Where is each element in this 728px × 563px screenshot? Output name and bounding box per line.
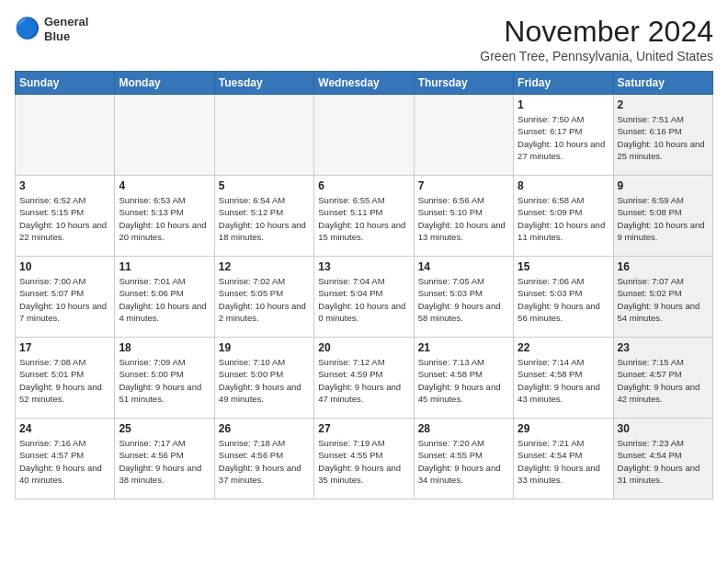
day-number: 14 [418, 260, 509, 273]
calendar-cell: 1Sunrise: 7:50 AM Sunset: 6:17 PM Daylig… [514, 95, 613, 176]
calendar-cell: 18Sunrise: 7:09 AM Sunset: 5:00 PM Dayli… [115, 338, 214, 419]
calendar-cell: 7Sunrise: 6:56 AM Sunset: 5:10 PM Daylig… [414, 176, 513, 257]
day-number: 5 [219, 179, 310, 192]
calendar-cell: 12Sunrise: 7:02 AM Sunset: 5:05 PM Dayli… [214, 257, 313, 338]
calendar-cell [214, 95, 313, 176]
day-number: 30 [618, 422, 709, 435]
day-info: Sunrise: 7:04 AM Sunset: 5:04 PM Dayligh… [318, 275, 409, 324]
day-number: 28 [418, 422, 509, 435]
calendar-cell [115, 95, 214, 176]
calendar-table: SundayMondayTuesdayWednesdayThursdayFrid… [15, 71, 713, 500]
calendar-cell: 30Sunrise: 7:23 AM Sunset: 4:54 PM Dayli… [613, 419, 712, 500]
day-number: 4 [119, 179, 210, 192]
calendar-cell: 11Sunrise: 7:01 AM Sunset: 5:06 PM Dayli… [115, 257, 214, 338]
day-number: 7 [418, 179, 509, 192]
day-number: 22 [518, 341, 609, 354]
day-number: 17 [19, 341, 110, 354]
day-info: Sunrise: 6:54 AM Sunset: 5:12 PM Dayligh… [219, 194, 310, 243]
page-header: 🔵 General Blue November 2024 Green Tree,… [15, 15, 713, 63]
day-info: Sunrise: 7:14 AM Sunset: 4:58 PM Dayligh… [518, 356, 609, 405]
calendar-cell: 14Sunrise: 7:05 AM Sunset: 5:03 PM Dayli… [414, 257, 513, 338]
calendar-cell: 28Sunrise: 7:20 AM Sunset: 4:55 PM Dayli… [414, 419, 513, 500]
calendar-cell [16, 95, 115, 176]
day-number: 19 [219, 341, 310, 354]
day-number: 13 [318, 260, 409, 273]
week-row-1: 3Sunrise: 6:52 AM Sunset: 5:15 PM Daylig… [16, 176, 713, 257]
day-number: 10 [19, 260, 110, 273]
week-row-4: 24Sunrise: 7:16 AM Sunset: 4:57 PM Dayli… [16, 419, 713, 500]
day-info: Sunrise: 6:55 AM Sunset: 5:11 PM Dayligh… [318, 194, 409, 243]
day-info: Sunrise: 7:08 AM Sunset: 5:01 PM Dayligh… [19, 356, 110, 405]
calendar-cell [414, 95, 513, 176]
weekday-header-friday: Friday [514, 72, 613, 95]
calendar-cell: 3Sunrise: 6:52 AM Sunset: 5:15 PM Daylig… [16, 176, 115, 257]
day-info: Sunrise: 7:00 AM Sunset: 5:07 PM Dayligh… [19, 275, 110, 324]
calendar-cell: 13Sunrise: 7:04 AM Sunset: 5:04 PM Dayli… [314, 257, 414, 338]
day-info: Sunrise: 7:07 AM Sunset: 5:02 PM Dayligh… [618, 275, 709, 324]
day-info: Sunrise: 7:20 AM Sunset: 4:55 PM Dayligh… [418, 437, 509, 486]
weekday-header-sunday: Sunday [16, 72, 115, 95]
day-info: Sunrise: 7:50 AM Sunset: 6:17 PM Dayligh… [518, 113, 609, 162]
day-info: Sunrise: 7:12 AM Sunset: 4:59 PM Dayligh… [318, 356, 409, 405]
day-number: 25 [119, 422, 210, 435]
day-info: Sunrise: 6:56 AM Sunset: 5:10 PM Dayligh… [418, 194, 509, 243]
calendar-cell: 20Sunrise: 7:12 AM Sunset: 4:59 PM Dayli… [314, 338, 414, 419]
calendar-cell: 27Sunrise: 7:19 AM Sunset: 4:55 PM Dayli… [314, 419, 414, 500]
calendar-cell: 21Sunrise: 7:13 AM Sunset: 4:58 PM Dayli… [414, 338, 513, 419]
weekday-header-tuesday: Tuesday [214, 72, 313, 95]
week-row-2: 10Sunrise: 7:00 AM Sunset: 5:07 PM Dayli… [16, 257, 713, 338]
day-number: 11 [119, 260, 210, 273]
day-info: Sunrise: 7:10 AM Sunset: 5:00 PM Dayligh… [219, 356, 310, 405]
calendar-cell: 4Sunrise: 6:53 AM Sunset: 5:13 PM Daylig… [115, 176, 214, 257]
calendar-cell: 15Sunrise: 7:06 AM Sunset: 5:03 PM Dayli… [514, 257, 613, 338]
day-number: 27 [318, 422, 409, 435]
logo-text: General Blue [44, 15, 88, 43]
day-info: Sunrise: 7:18 AM Sunset: 4:56 PM Dayligh… [219, 437, 310, 486]
calendar-cell: 24Sunrise: 7:16 AM Sunset: 4:57 PM Dayli… [16, 419, 115, 500]
day-info: Sunrise: 7:15 AM Sunset: 4:57 PM Dayligh… [618, 356, 709, 405]
weekday-header-row: SundayMondayTuesdayWednesdayThursdayFrid… [16, 72, 713, 95]
day-number: 2 [618, 98, 709, 111]
day-info: Sunrise: 7:23 AM Sunset: 4:54 PM Dayligh… [618, 437, 709, 486]
calendar-cell [314, 95, 414, 176]
day-number: 21 [418, 341, 509, 354]
day-info: Sunrise: 7:05 AM Sunset: 5:03 PM Dayligh… [418, 275, 509, 324]
day-info: Sunrise: 7:51 AM Sunset: 6:16 PM Dayligh… [618, 113, 709, 162]
day-info: Sunrise: 7:21 AM Sunset: 4:54 PM Dayligh… [518, 437, 609, 486]
day-number: 8 [518, 179, 609, 192]
day-info: Sunrise: 7:13 AM Sunset: 4:58 PM Dayligh… [418, 356, 509, 405]
day-number: 23 [618, 341, 709, 354]
day-number: 29 [518, 422, 609, 435]
calendar-cell: 22Sunrise: 7:14 AM Sunset: 4:58 PM Dayli… [514, 338, 613, 419]
calendar-cell: 6Sunrise: 6:55 AM Sunset: 5:11 PM Daylig… [314, 176, 414, 257]
logo-icon: 🔵 [15, 17, 40, 42]
day-info: Sunrise: 6:58 AM Sunset: 5:09 PM Dayligh… [518, 194, 609, 243]
calendar-cell: 19Sunrise: 7:10 AM Sunset: 5:00 PM Dayli… [214, 338, 313, 419]
calendar-cell: 26Sunrise: 7:18 AM Sunset: 4:56 PM Dayli… [214, 419, 313, 500]
day-number: 15 [518, 260, 609, 273]
title-area: November 2024 Green Tree, Pennsylvania, … [480, 15, 713, 63]
day-number: 24 [19, 422, 110, 435]
day-info: Sunrise: 7:16 AM Sunset: 4:57 PM Dayligh… [19, 437, 110, 486]
calendar-cell: 17Sunrise: 7:08 AM Sunset: 5:01 PM Dayli… [16, 338, 115, 419]
calendar-cell: 10Sunrise: 7:00 AM Sunset: 5:07 PM Dayli… [16, 257, 115, 338]
day-info: Sunrise: 6:59 AM Sunset: 5:08 PM Dayligh… [618, 194, 709, 243]
weekday-header-monday: Monday [115, 72, 214, 95]
location-label: Green Tree, Pennsylvania, United States [480, 49, 713, 63]
calendar-cell: 25Sunrise: 7:17 AM Sunset: 4:56 PM Dayli… [115, 419, 214, 500]
day-info: Sunrise: 7:09 AM Sunset: 5:00 PM Dayligh… [119, 356, 210, 405]
day-info: Sunrise: 7:02 AM Sunset: 5:05 PM Dayligh… [219, 275, 310, 324]
day-info: Sunrise: 7:01 AM Sunset: 5:06 PM Dayligh… [119, 275, 210, 324]
day-number: 6 [318, 179, 409, 192]
calendar-cell: 29Sunrise: 7:21 AM Sunset: 4:54 PM Dayli… [514, 419, 613, 500]
day-number: 1 [518, 98, 609, 111]
day-number: 18 [119, 341, 210, 354]
day-info: Sunrise: 7:06 AM Sunset: 5:03 PM Dayligh… [518, 275, 609, 324]
day-number: 26 [219, 422, 310, 435]
month-title: November 2024 [480, 15, 713, 49]
svg-text:🔵: 🔵 [15, 17, 40, 40]
calendar-cell: 23Sunrise: 7:15 AM Sunset: 4:57 PM Dayli… [613, 338, 712, 419]
day-number: 20 [318, 341, 409, 354]
calendar-cell: 5Sunrise: 6:54 AM Sunset: 5:12 PM Daylig… [214, 176, 313, 257]
weekday-header-wednesday: Wednesday [314, 72, 414, 95]
